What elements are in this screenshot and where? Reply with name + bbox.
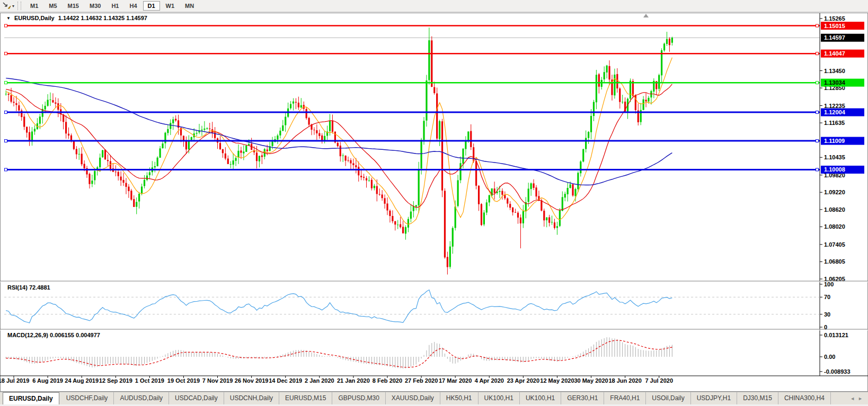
svg-text:1.10008: 1.10008	[824, 166, 845, 173]
svg-text:0: 0	[824, 324, 827, 330]
chart-symbol-label: EURUSD,Daily	[14, 15, 55, 21]
chart-tab-FRA40-H1[interactable]: FRA40,H1	[604, 392, 646, 404]
svg-text:7 Jul 2020: 7 Jul 2020	[645, 377, 673, 384]
svg-text:70: 70	[824, 294, 830, 300]
chart-tab-USDCAD-Daily[interactable]: USDCAD,Daily	[169, 392, 224, 404]
svg-text:1.09220: 1.09220	[824, 189, 845, 195]
chart-tab-GER30-H1[interactable]: GER30,H1	[561, 392, 604, 404]
chart-tab-USDJPY-H1[interactable]: USDJPY,H1	[691, 392, 737, 404]
svg-text:1.07405: 1.07405	[824, 241, 845, 248]
timeframe-button-M30[interactable]: M30	[85, 1, 105, 11]
svg-text:30 May 2020: 30 May 2020	[574, 377, 608, 384]
svg-text:4 Apr 2020: 4 Apr 2020	[475, 377, 504, 384]
svg-text:24 Aug 2019: 24 Aug 2019	[65, 377, 99, 384]
svg-text:0.013121: 0.013121	[824, 332, 848, 338]
chart-tab-AUDUSD-Daily[interactable]: AUDUSD,Daily	[114, 392, 169, 404]
svg-text:1.13450: 1.13450	[824, 68, 845, 74]
svg-text:1.12235: 1.12235	[824, 103, 845, 109]
svg-text:14 Dec 2019: 14 Dec 2019	[269, 377, 302, 384]
svg-text:18 Jun 2020: 18 Jun 2020	[608, 377, 641, 384]
macd-indicator-label: MACD(12,26,9) 0.006155 0.004977	[7, 332, 100, 338]
svg-text:17 Mar 2020: 17 Mar 2020	[439, 377, 472, 384]
chart-tab-GBPUSD-M30[interactable]: GBPUSD,M30	[332, 392, 385, 404]
svg-text:18 Jul 2019: 18 Jul 2019	[0, 377, 29, 384]
svg-text:23 Apr 2020: 23 Apr 2020	[507, 377, 539, 384]
cursor-dropdown-caret-icon[interactable]: ▾	[12, 4, 14, 8]
svg-text:26 Nov 2019: 26 Nov 2019	[235, 377, 269, 384]
chart-tab-USDCNH-Daily[interactable]: USDCNH,Daily	[224, 392, 279, 404]
mt4-app: ▾ M1M5M15M30H1H4D1W1MN 1.152651.134501.1…	[0, 0, 868, 406]
timeframe-button-D1[interactable]: D1	[143, 1, 160, 11]
svg-text:0.00: 0.00	[824, 354, 835, 360]
svg-text:2 Jan 2020: 2 Jan 2020	[305, 377, 334, 384]
svg-text:21 Jan 2020: 21 Jan 2020	[337, 377, 370, 384]
chart-tab-USOil-Daily[interactable]: USOil,Daily	[646, 392, 690, 404]
svg-text:7 Nov 2019: 7 Nov 2019	[202, 377, 233, 384]
svg-text:1.13034: 1.13034	[824, 79, 846, 86]
cursor-tool-icon[interactable]	[2, 2, 12, 10]
timeframe-button-W1[interactable]: W1	[161, 1, 180, 11]
svg-text:1.11009: 1.11009	[824, 138, 845, 144]
rsi-indicator-label: RSI(14) 72.4881	[7, 284, 50, 291]
chart-tab-UK100-H1[interactable]: UK100,H1	[520, 392, 561, 404]
svg-text:1.14597: 1.14597	[824, 34, 845, 41]
chart-tab-XAUUSD-Daily[interactable]: XAUUSD,Daily	[386, 392, 440, 404]
svg-text:19 Oct 2019: 19 Oct 2019	[167, 377, 200, 384]
chart-tab-DJ30-M15[interactable]: DJ30,M15	[737, 392, 778, 404]
tab-scroll-right-icon[interactable]: ►	[858, 396, 863, 401]
svg-text:1.12004: 1.12004	[824, 109, 846, 115]
svg-text:8 Feb 2020: 8 Feb 2020	[373, 377, 402, 384]
chart-tab-bar: EURUSD,DailyUSDCHF,DailyAUDUSD,DailyUSDC…	[0, 392, 868, 404]
svg-text:1.11635: 1.11635	[824, 120, 845, 126]
timeframe-button-M5[interactable]: M5	[44, 1, 61, 11]
timeframe-button-MN[interactable]: MN	[180, 1, 199, 11]
symbol-dropdown-icon[interactable]: ▼	[6, 16, 11, 21]
svg-text:12 Sep 2019: 12 Sep 2019	[99, 377, 132, 384]
price-chart-canvas[interactable]: 1.152651.134501.128501.122351.116351.104…	[0, 13, 868, 392]
chart-tab-CHINA300-H4[interactable]: CHINA300,H4	[778, 392, 831, 404]
chart-tab-EURUSD-Daily[interactable]: EURUSD,Daily	[3, 392, 59, 404]
svg-text:27 Feb 2020: 27 Feb 2020	[405, 377, 438, 384]
timeframe-button-H1[interactable]: H1	[107, 1, 123, 11]
chart-window: 1.152651.134501.128501.122351.116351.104…	[0, 13, 868, 392]
timeframe-button-M15[interactable]: M15	[63, 1, 84, 11]
svg-text:1.15015: 1.15015	[824, 23, 845, 29]
timeframe-button-M1[interactable]: M1	[25, 1, 43, 11]
svg-text:-0.008933: -0.008933	[824, 368, 851, 375]
toolbar-grip-handle[interactable]	[17, 2, 21, 10]
tab-scroll-left-icon[interactable]: ◄	[850, 396, 855, 401]
chart-ohlc-values: 1.14422 1.14632 1.14325 1.14597	[58, 15, 147, 21]
svg-text:12 May 2020: 12 May 2020	[540, 377, 574, 384]
svg-text:1.06805: 1.06805	[824, 258, 845, 265]
chart-tab-HK50-H1[interactable]: HK50,H1	[440, 392, 479, 404]
svg-text:1.15265: 1.15265	[824, 15, 845, 22]
svg-text:1.10435: 1.10435	[824, 154, 845, 160]
svg-text:1 Oct 2019: 1 Oct 2019	[135, 377, 164, 384]
svg-text:1.14047: 1.14047	[824, 50, 845, 57]
chart-tab-USDCHF-Daily[interactable]: USDCHF,Daily	[60, 392, 114, 404]
svg-text:1.08620: 1.08620	[824, 206, 845, 213]
svg-text:30: 30	[824, 311, 830, 318]
chart-tab-UK100-H1[interactable]: UK100,H1	[479, 392, 520, 404]
svg-text:6 Aug 2019: 6 Aug 2019	[32, 377, 63, 384]
svg-text:1.08020: 1.08020	[824, 223, 845, 230]
chart-tab-EURUSD-M15[interactable]: EURUSD,M15	[279, 392, 332, 404]
timeframe-toolbar: ▾ M1M5M15M30H1H4D1W1MN	[0, 0, 868, 12]
timeframe-button-H4[interactable]: H4	[125, 1, 141, 11]
chart-title: ▼ EURUSD,Daily 1.14422 1.14632 1.14325 1…	[6, 15, 147, 21]
svg-text:100: 100	[824, 281, 834, 287]
